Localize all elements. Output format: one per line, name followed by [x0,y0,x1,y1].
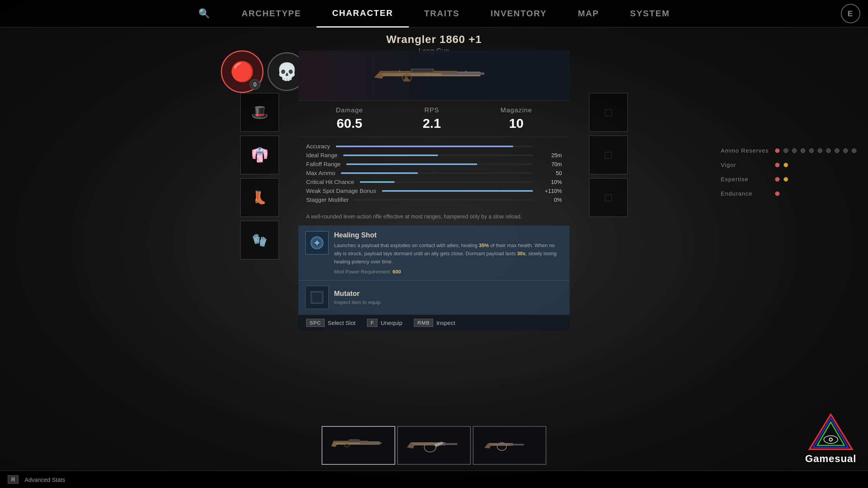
svg-rect-1 [380,71,457,73]
hat-slot[interactable]: 🎩 [240,93,279,132]
gamesual-triangle [808,412,854,451]
nav-archetype[interactable]: ARCHETYPE [226,0,317,27]
advanced-stats-key: R [8,475,19,484]
mutator-description: Inspect item to equip [334,299,381,305]
expertise-label: Expertise [721,176,771,182]
boots-slot[interactable]: 👢 [240,178,279,217]
right-slot-2[interactable]: □ [589,136,628,174]
ammo-reserves-label: Ammo Reserves [721,147,771,154]
ammo-dot-7 [826,148,831,153]
weapon-description: A well-rounded lever-action rifle effect… [298,209,570,226]
ammo-dot-3 [792,148,797,153]
weapon-info-panel: Damage 60.5 RPS 2.1 Magazine 10 Accuracy… [298,50,570,331]
mutator-icon [305,286,329,309]
ammo-dot-10 [852,148,856,153]
stagger-row: Stagger Modifier 0% [306,195,562,204]
ammo-dot-8 [835,148,839,153]
vigor-label: Vigor [721,162,771,168]
vigor-dot-1 [775,163,780,167]
healing-shot-mod[interactable]: Healing Shot Launches a payload that exp… [298,226,570,280]
magazine-label: Magazine [500,107,532,114]
svg-rect-14 [360,442,382,444]
action-bar: SPC Select Slot F Unequip RMB Inspect [298,314,570,331]
nav-system[interactable]: SYSTEM [615,0,685,27]
falloff-range-row: Falloff Range 70m [306,160,562,168]
max-ammo-row: Max Ammo 50 [306,168,562,177]
svg-point-3 [402,75,412,81]
nav-character[interactable]: CHARACTER [317,0,408,27]
gamesual-text: Gamesual [805,453,856,465]
svg-rect-6 [465,71,467,74]
nav-end-button[interactable]: E [841,4,860,23]
crit-chance-row: Critical Hit Chance 10% [306,177,562,186]
mutator-icon-svg [309,290,325,305]
mod-highlight-2: 30s [517,251,526,256]
svg-rect-4 [411,69,434,72]
weapon-bar [322,426,546,465]
svg-rect-11 [312,293,322,302]
weapon-slot-2[interactable] [397,426,471,465]
body-icon: 👘 [251,147,269,163]
advanced-stats-label: Advanced Stats [24,476,65,483]
nav-traits[interactable]: TRAITS [409,0,475,27]
ammo-dot-6 [818,148,822,153]
bottom-status-bar: R Advanced Stats [0,471,868,488]
svg-rect-16 [349,439,360,442]
svg-point-28 [830,438,832,441]
archetype-slot-primary[interactable]: 🔴 0 [221,50,264,93]
right-slot-3[interactable]: □ [589,178,628,217]
right-slot-2-icon: □ [605,148,612,162]
nav-inventory[interactable]: INVENTORY [475,0,562,27]
mutator-section[interactable]: Mutator Inspect item to equip [298,280,570,314]
search-button[interactable]: 🔍 [183,0,226,27]
ideal-range-row: Ideal Range 25m [306,151,562,160]
gloves-slot-icon: 🧤 [252,233,267,247]
mod-requirement: Mod Power Requirement: 600 [334,269,563,275]
select-slot-key: SPC [306,319,325,327]
select-slot-label: Select Slot [328,320,356,326]
rifle-image [372,60,496,91]
right-slot-1-icon: □ [605,106,612,119]
weapon-details: Accuracy Ideal Range 25m Falloff Range 7… [298,137,570,209]
inspect-key: RMB [414,319,433,327]
weak-spot-row: Weak Spot Damage Bonus +110% [306,186,562,195]
magazine-value: 10 [500,116,532,131]
right-slot-1[interactable]: □ [589,93,628,132]
mod-content: Healing Shot Launches a payload that exp… [334,231,563,275]
ammo-dot-1 [775,148,780,153]
ammo-dot-9 [843,148,848,153]
archetype-icon-primary: 🔴 [230,60,254,83]
gamesual-logo: Gamesual [805,412,856,465]
vigor-dot-2 [784,163,788,167]
gloves-slot[interactable]: 🧤 [240,221,279,259]
expertise-dot-2 [784,177,788,182]
svg-rect-20 [488,443,513,446]
mod-icon [305,231,329,254]
boots-icon: 👢 [252,190,267,205]
endurance-dot-1 [775,191,780,196]
svg-rect-5 [412,69,432,72]
mod-description: Launches a payload that explodes on cont… [334,242,563,266]
mod-highlight-1: 35% [479,242,489,248]
ammo-dot-5 [809,148,814,153]
right-slot-3-icon: □ [605,191,612,204]
unequip-label: Unequip [381,320,402,326]
weapon-slot-2-image [407,434,461,457]
archetype-area: 🔴 0 💀 [221,50,306,93]
body-slot[interactable]: 👘 [240,136,279,174]
weapon-slot-3-image [482,434,537,457]
nav-map[interactable]: MAP [562,0,615,27]
mutator-content: Mutator Inspect item to equip [334,290,381,305]
unequip-action: F Unequip [367,319,402,327]
svg-rect-0 [380,72,480,76]
right-stats-panel: Ammo Reserves Vigor Expertise Endurance [721,147,856,197]
search-icon: 🔍 [198,8,211,19]
damage-label: Damage [336,107,363,114]
mutator-name: Mutator [334,290,381,298]
weapon-slot-1[interactable] [322,426,395,465]
hat-icon: 🎩 [251,104,269,120]
archetype-badge: 0 [250,79,260,90]
magazine-stat-col: Magazine 10 [500,107,532,131]
weapon-slot-3[interactable] [473,426,546,465]
weapon-slot-1-image [331,434,386,457]
